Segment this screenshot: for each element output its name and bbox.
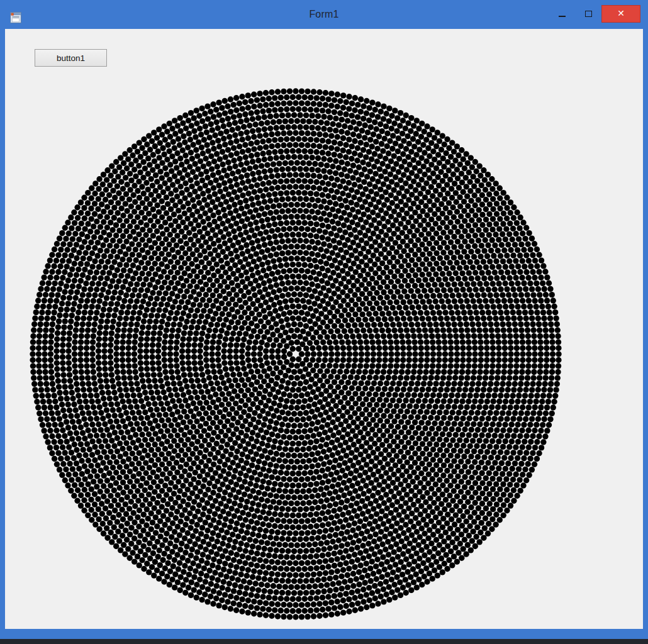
desktop-edge [0,639,648,644]
dot-pattern-canvas [5,29,643,629]
titlebar[interactable]: Form1 ✕ [0,0,648,29]
caption-buttons: ✕ [549,5,640,23]
minimize-button[interactable] [549,5,575,23]
button1[interactable]: button1 [35,49,107,67]
client-area: button1 [5,29,643,629]
maximize-icon [585,11,592,17]
minimize-icon [559,16,566,17]
close-icon: ✕ [617,9,625,18]
close-button[interactable]: ✕ [601,5,640,23]
maximize-button[interactable] [575,5,601,23]
app-window: Form1 ✕ button1 [0,0,648,639]
